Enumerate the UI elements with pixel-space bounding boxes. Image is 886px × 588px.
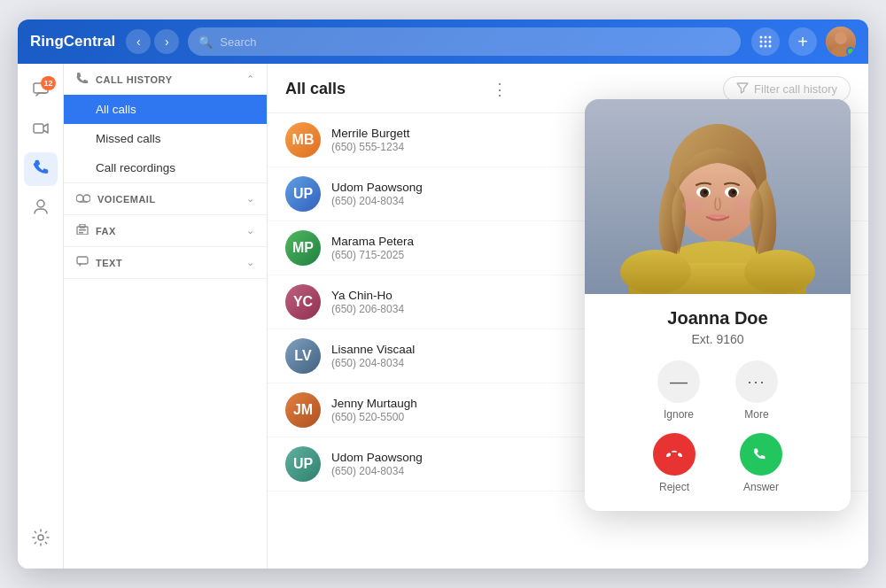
phone-svg <box>32 159 50 176</box>
grid-icon <box>758 35 773 49</box>
app-logo: RingCentral <box>30 33 115 50</box>
more-icon: ··· <box>747 373 766 391</box>
sidebar: CALL HISTORY ⌃ All calls Missed calls Ca… <box>64 64 268 569</box>
card-secondary-actions: — Ignore ··· More <box>585 346 851 428</box>
voicemail-svg <box>76 194 90 203</box>
filter-icon <box>736 81 749 97</box>
svg-point-36 <box>732 198 753 213</box>
fax-header[interactable]: FAX ⌄ <box>64 215 267 246</box>
svg-point-8 <box>769 45 772 48</box>
ignore-icon: — <box>670 372 688 392</box>
fax-section-label: FAX <box>96 226 239 236</box>
svg-rect-22 <box>77 257 88 264</box>
incoming-caller-name: Joanna Doe <box>599 308 836 329</box>
content-menu-button[interactable]: ⋮ <box>492 80 508 99</box>
fax-svg <box>76 224 89 235</box>
answer-icon <box>751 445 771 464</box>
video-icon <box>32 120 50 142</box>
caller-info: Joanna Doe Ext. 9160 <box>585 308 851 346</box>
sidebar-item-missed-calls[interactable]: Missed calls <box>64 124 267 153</box>
svg-point-13 <box>37 200 44 207</box>
grid-button[interactable] <box>751 27 780 56</box>
titlebar: RingCentral ‹ › 🔍 <box>18 19 868 64</box>
svg-rect-12 <box>34 124 43 133</box>
card-main-actions: Reject Answer <box>585 428 851 511</box>
fax-icon <box>76 224 89 237</box>
search-input[interactable] <box>220 35 730 49</box>
svg-point-9 <box>835 32 847 44</box>
icon-bar-phone[interactable] <box>24 152 58 186</box>
video-svg <box>32 120 50 137</box>
svg-point-14 <box>38 535 43 540</box>
messages-badge: 12 <box>41 76 55 90</box>
svg-point-34 <box>732 190 735 194</box>
avatar: YC <box>285 284 321 320</box>
incoming-caller-ext: Ext. 9160 <box>599 332 836 346</box>
online-indicator <box>846 47 855 56</box>
contacts-svg <box>32 197 50 215</box>
icon-bar-video[interactable] <box>24 113 58 147</box>
svg-point-1 <box>765 36 767 39</box>
incoming-call-card: Joanna Doe Ext. 9160 — Ignore ··· More <box>585 99 851 511</box>
avatar: MP <box>285 230 321 266</box>
add-button[interactable]: + <box>789 27 817 56</box>
nav-forward-button[interactable]: › <box>154 29 179 54</box>
caller-photo-svg <box>585 99 851 294</box>
svg-point-6 <box>760 45 763 48</box>
svg-point-5 <box>769 41 772 43</box>
fax-chevron: ⌄ <box>246 225 254 236</box>
reject-action: Reject <box>653 433 696 493</box>
avatar: MB <box>285 122 321 158</box>
more-label: More <box>744 408 768 421</box>
text-icon <box>76 256 89 269</box>
filter-box[interactable]: Filter call history <box>723 76 851 102</box>
icon-bar-contacts[interactable] <box>24 191 58 225</box>
answer-button[interactable] <box>740 433 782 476</box>
svg-point-0 <box>760 36 763 39</box>
call-history-header[interactable]: CALL HISTORY ⌃ <box>64 64 267 95</box>
voicemail-header[interactable]: VOICEMAIL ⌄ <box>64 183 267 214</box>
reject-label: Reject <box>659 481 689 493</box>
settings-icon <box>32 529 50 551</box>
search-bar[interactable]: 🔍 <box>188 27 741 56</box>
more-button[interactable]: ··· <box>735 360 778 403</box>
nav-back-button[interactable]: ‹ <box>126 29 151 54</box>
avatar: UP <box>285 176 321 212</box>
svg-point-39 <box>744 250 815 294</box>
svg-rect-19 <box>80 224 85 228</box>
svg-point-35 <box>682 198 703 213</box>
nav-buttons: ‹ › <box>126 29 179 54</box>
icon-bar-messages[interactable]: 12 <box>24 74 58 108</box>
funnel-icon <box>736 81 749 94</box>
reject-icon <box>664 445 684 464</box>
gear-svg <box>32 529 50 546</box>
voicemail-icon <box>76 192 90 205</box>
svg-point-3 <box>760 41 763 43</box>
sidebar-text-section: TEXT ⌄ <box>64 247 267 279</box>
svg-point-16 <box>83 195 90 202</box>
settings-button[interactable] <box>24 522 58 556</box>
avatar: UP <box>285 446 321 482</box>
text-header[interactable]: TEXT ⌄ <box>64 247 267 278</box>
text-svg <box>76 256 89 267</box>
svg-rect-20 <box>79 229 86 231</box>
svg-point-38 <box>620 250 691 294</box>
svg-point-15 <box>76 195 83 202</box>
ignore-button[interactable]: — <box>657 360 700 403</box>
caller-photo <box>585 99 851 294</box>
phone-history-icon <box>76 73 89 83</box>
titlebar-actions: + <box>751 27 856 57</box>
sidebar-item-call-recordings[interactable]: Call recordings <box>64 153 267 182</box>
ignore-label: Ignore <box>664 408 694 421</box>
voicemail-chevron: ⌄ <box>246 193 254 205</box>
call-history-icon <box>76 73 89 86</box>
icon-bar-bottom <box>24 522 58 569</box>
icon-bar: 12 <box>18 64 64 569</box>
user-avatar[interactable] <box>826 27 856 57</box>
reject-button[interactable] <box>653 433 696 476</box>
avatar: JM <box>285 392 321 428</box>
svg-point-33 <box>703 190 707 194</box>
sidebar-item-all-calls[interactable]: All calls <box>64 95 267 124</box>
all-calls-label: All calls <box>96 103 136 116</box>
phone-icon <box>32 159 50 181</box>
